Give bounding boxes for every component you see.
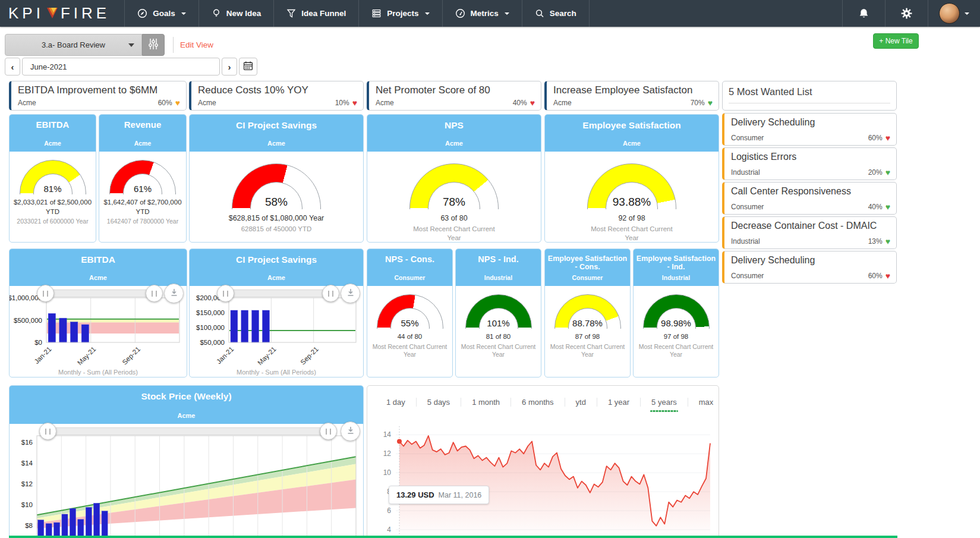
project-title: Decrease Container Cost - DMAIC: [731, 221, 890, 231]
gauge-chart: 58%: [232, 163, 321, 209]
kpi-tile-ci-project-savings-gauge[interactable]: CI Project Savings Acme 58% $628,815 of …: [189, 114, 364, 243]
nav-idea-funnel[interactable]: Idea Funnel: [274, 0, 359, 27]
kpi-tile-employee-satisfaction-industrial-gauge[interactable]: Employee Satisfaction - Ind. Industrial …: [633, 248, 719, 377]
project-org: Industrial: [731, 237, 760, 246]
chevron-left-icon: ‹: [11, 62, 14, 72]
stock-5-year-chart-card[interactable]: 1 day 5 days 1 month 6 months ytd 1 year…: [367, 385, 719, 538]
goal-tile-employee-satisfaction[interactable]: Increase Employee Satisfacton Acme 70%♥: [544, 81, 719, 111]
heart-status-icon: ♥: [175, 99, 180, 107]
tile-header: Employee Satisfaction - Cons. Consumer: [545, 249, 630, 286]
svg-text:Jan-21: Jan-21: [33, 345, 52, 365]
most-wanted-item-call-center[interactable]: Call Center Responsiveness Consumer 40%♥: [722, 182, 897, 215]
range-6-months[interactable]: 6 months: [511, 398, 565, 407]
edit-view-link[interactable]: Edit View: [180, 40, 213, 49]
goal-tile-ebitda-improvement[interactable]: EBITDA Improvement to $6MM Acme 60%♥: [9, 81, 187, 111]
gauge-chart: 93.88%: [587, 163, 676, 209]
download-chart-button[interactable]: [164, 284, 184, 303]
gauge-chart: 61%: [109, 160, 176, 194]
gauge-value-text: $2,033,021 of $2,500,000 YTD: [10, 198, 96, 216]
gauge-chart: 101%: [465, 294, 532, 329]
range-1-day[interactable]: 1 day: [376, 398, 417, 407]
most-wanted-item-logistics-errors[interactable]: Logistics Errors Industrial 20%♥: [722, 147, 897, 180]
range-slider-left-handle[interactable]: [37, 285, 54, 302]
range-1-year[interactable]: 1 year: [597, 398, 641, 407]
range-slider-right-handle[interactable]: [146, 285, 163, 302]
goal-org: Acme: [553, 99, 572, 107]
project-org: Consumer: [731, 134, 764, 142]
project-org: Consumer: [731, 272, 764, 280]
period-input[interactable]: [22, 58, 220, 75]
most-wanted-list-tile[interactable]: 5 Most Wanted List: [722, 81, 897, 111]
nav-goals[interactable]: Goals: [125, 0, 199, 27]
top-navbar: KPI FIRE Goals New Idea Idea Funnel: [0, 0, 980, 27]
kpi-tile-ci-savings-trend-chart[interactable]: CI Project Savings Acme $50,000$100,000$…: [189, 248, 364, 377]
user-menu[interactable]: [928, 0, 980, 27]
grip-icon: [43, 291, 48, 297]
calendar-button[interactable]: [239, 58, 257, 75]
kpi-tile-stock-price-weekly[interactable]: Stock Price (Weekly) Acme $8$10$12$14$16: [9, 385, 364, 538]
download-chart-button[interactable]: [341, 284, 360, 303]
tile-title: CI Project Savings: [192, 254, 361, 265]
kpifire-logo[interactable]: KPI FIRE: [0, 0, 125, 27]
grip-icon: [328, 291, 333, 297]
kpi-tile-nps-industrial-gauge[interactable]: NPS - Ind. Industrial 101% 81 of 80 Most…: [455, 248, 541, 377]
goal-tile-net-promoter-score[interactable]: Net Promoter Score of 80 Acme 40%♥: [367, 81, 541, 111]
range-max[interactable]: max: [688, 398, 719, 407]
range-1-month[interactable]: 1 month: [461, 398, 511, 407]
nav-new-idea-label: New Idea: [226, 9, 261, 18]
heart-status-icon: ♥: [352, 99, 357, 107]
gauge-chart: 98.98%: [643, 294, 710, 329]
next-period-button[interactable]: ›: [222, 58, 237, 75]
new-tile-button[interactable]: + New Tile: [873, 33, 919, 49]
most-wanted-item-delivery-scheduling[interactable]: Delivery Scheduling Consumer 60%♥: [722, 113, 897, 146]
kpi-tile-ebitda-trend-chart[interactable]: EBITDA Acme $0$500,000$1,000,000Jan-21Ma…: [9, 248, 187, 377]
project-title: Delivery Scheduling: [731, 117, 890, 128]
notifications-button[interactable]: [842, 0, 885, 27]
chevron-right-icon: ›: [228, 62, 231, 72]
kpi-tile-nps-gauge[interactable]: NPS Acme 78% 63 of 80 Most Recent Chart …: [367, 114, 541, 243]
range-slider-right-handle[interactable]: [320, 423, 337, 440]
kpi-tile-ebitda-gauge[interactable]: EBITDA Acme 81% $2,033,021 of $2,500,000…: [9, 114, 96, 243]
tile-org: Acme: [192, 274, 361, 281]
tile-header: Stock Price (Weekly) Acme: [10, 386, 363, 424]
range-ytd[interactable]: ytd: [565, 398, 597, 407]
date-range-slider[interactable]: [44, 290, 156, 297]
range-slider-left-handle[interactable]: [39, 423, 56, 440]
range-slider-left-handle[interactable]: [217, 285, 234, 302]
tile-header: EBITDA Acme: [10, 249, 187, 286]
tile-org: Acme: [12, 140, 93, 147]
compass-icon: [137, 8, 147, 18]
goal-tile-reduce-costs[interactable]: Reduce Costs 10% YOY Acme 10%♥: [189, 81, 364, 111]
nav-search-label: Search: [550, 9, 576, 18]
range-5-years-selected[interactable]: 5 years: [641, 398, 688, 407]
logo-kpi-text: KPI: [8, 4, 44, 23]
nav-new-idea[interactable]: New Idea: [199, 0, 275, 27]
project-percent: 60%: [868, 134, 883, 142]
date-range-slider[interactable]: [46, 427, 330, 435]
download-chart-button[interactable]: [341, 421, 360, 441]
settings-button[interactable]: [885, 0, 928, 27]
most-wanted-item-delivery-scheduling-2[interactable]: Delivery Scheduling Consumer 60%♥: [722, 251, 897, 284]
search-icon: [535, 8, 544, 18]
kpi-tile-employee-satisfaction-gauge[interactable]: Employee Satisfaction Acme 93.88% 92 of …: [544, 114, 719, 243]
date-range-slider[interactable]: [224, 290, 332, 297]
goal-percent: 10%: [335, 99, 349, 107]
svg-text:4: 4: [387, 526, 391, 534]
most-wanted-item-container-cost[interactable]: Decrease Container Cost - DMAIC Industri…: [722, 216, 897, 249]
gauge-percent: 78%: [409, 196, 499, 209]
nav-metrics[interactable]: Metrics: [443, 0, 522, 27]
gauge-percent: 81%: [20, 184, 86, 194]
kpi-tile-revenue-gauge[interactable]: Revenue Acme 61% $1,642,407 of $2,700,00…: [99, 114, 187, 243]
gauge-value-text: 97 of 98: [634, 332, 719, 342]
gauge-percent: 55%: [377, 318, 443, 328]
nav-projects[interactable]: Projects: [359, 0, 442, 27]
kpi-tile-nps-consumer-gauge[interactable]: NPS - Cons. Consumer 55% 44 of 80 Most R…: [367, 248, 453, 377]
range-5-days[interactable]: 5 days: [417, 398, 461, 407]
bottom-accent-bar: [9, 536, 897, 538]
board-view-select[interactable]: 3.a- Board Review: [5, 34, 142, 56]
nav-search[interactable]: Search: [522, 0, 590, 27]
range-slider-right-handle[interactable]: [322, 285, 339, 302]
view-filters-button[interactable]: [142, 34, 165, 56]
kpi-tile-employee-satisfaction-consumer-gauge[interactable]: Employee Satisfaction - Cons. Consumer 8…: [544, 248, 631, 377]
prev-period-button[interactable]: ‹: [5, 58, 20, 75]
